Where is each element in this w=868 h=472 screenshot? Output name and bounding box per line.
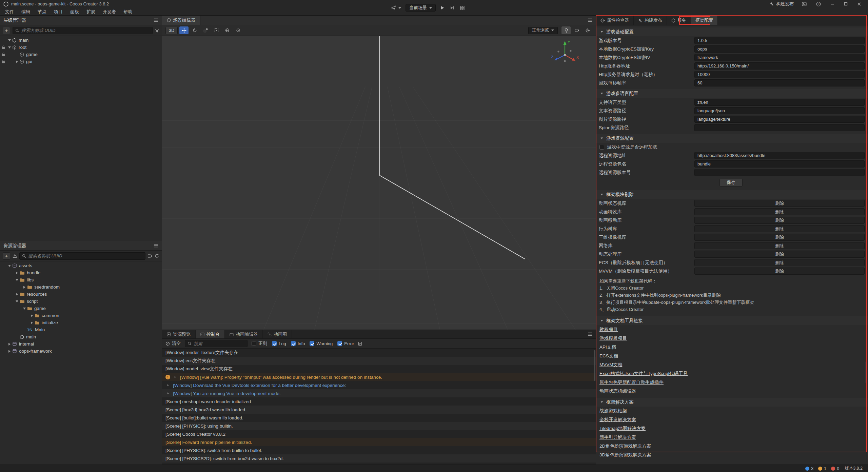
scale-tool-button[interactable]: [201, 26, 210, 34]
console-scrollbar[interactable]: [594, 350, 595, 381]
console-log-row[interactable]: [Window] render_texture文件夹存在: [162, 349, 596, 357]
collapsed-arrow-icon[interactable]: [14, 272, 19, 274]
console-tab-anim-editor[interactable]: 动画编辑器: [225, 330, 263, 338]
create-asset-button[interactable]: +: [3, 252, 10, 260]
assets-node-common[interactable]: common: [0, 312, 162, 319]
filter-log[interactable]: Log: [272, 341, 286, 346]
doc-link[interactable]: 教程项目: [599, 327, 618, 333]
doc-link[interactable]: 游戏模板项目: [599, 335, 627, 341]
field-input[interactable]: [697, 153, 862, 158]
panel-menu-icon[interactable]: [154, 244, 158, 248]
import-asset-button[interactable]: [13, 254, 17, 258]
expanded-arrow-icon[interactable]: [599, 401, 604, 403]
delete-button[interactable]: 删除: [694, 225, 865, 232]
console-log-row[interactable]: [Window] model_view文件夹存在: [162, 365, 596, 373]
field-input[interactable]: [697, 100, 862, 105]
status-count[interactable]: 0: [831, 466, 839, 471]
console-log-row[interactable]: [Scene] [box2d]:box2d wasm lib loaded.: [162, 406, 596, 414]
console-log-row[interactable]: [Scene] [PHYSICS2D]: switch from box2d-w…: [162, 454, 596, 463]
hierarchy-node-game[interactable]: game: [0, 51, 162, 58]
expanded-arrow-icon[interactable]: [22, 308, 27, 310]
scene-viewport[interactable]: Y X Z: [162, 36, 596, 330]
delete-button[interactable]: 删除: [694, 234, 865, 241]
doc-link[interactable]: API文档: [599, 344, 616, 350]
section-header-2[interactable]: 游戏资源配置: [596, 134, 868, 143]
filter-warning[interactable]: Warning: [310, 341, 333, 346]
rect-tool-button[interactable]: [212, 26, 221, 34]
preview-platform-button[interactable]: [390, 5, 402, 11]
console-log-row[interactable]: [Scene] [PHYSICS]: switch from builtin t…: [162, 446, 596, 454]
expand-log-icon[interactable]: [166, 384, 170, 387]
collapsed-arrow-icon[interactable]: [14, 293, 19, 296]
section-header-5[interactable]: 框架解决方案: [596, 398, 868, 407]
rotate-tool-button[interactable]: [190, 26, 199, 34]
expanded-arrow-icon[interactable]: [14, 300, 19, 302]
hierarchy-node-main[interactable]: main: [0, 37, 162, 44]
doc-link[interactable]: MVVM文档: [599, 362, 623, 368]
console-log-row[interactable]: [Scene] meshopt wasm decoder initialized: [162, 397, 596, 406]
maximize-button[interactable]: [843, 2, 849, 6]
section-header-4[interactable]: 框架文档工具链接: [596, 316, 868, 325]
hierarchy-node-root[interactable]: root: [0, 44, 162, 51]
panel-menu-icon[interactable]: [588, 18, 592, 22]
checkbox[interactable]: [291, 341, 296, 346]
camera-settings-button[interactable]: [572, 26, 581, 34]
field-input[interactable]: [697, 46, 862, 52]
console-log-row[interactable]: [Window] You are running Vue in developm…: [162, 389, 596, 397]
hierarchy-node-gui[interactable]: gui: [0, 58, 162, 65]
preview-window-button[interactable]: [801, 2, 808, 6]
world-space-button[interactable]: [223, 26, 232, 34]
axis-gizmo[interactable]: Y X Z: [550, 39, 580, 69]
field-input[interactable]: [697, 38, 862, 43]
console-search-input[interactable]: [194, 341, 245, 346]
console-tab-console[interactable]: 控制台: [196, 330, 225, 338]
console-tab-asset-preview[interactable]: 资源预览: [162, 330, 196, 338]
doc-link[interactable]: ECS文档: [599, 353, 618, 359]
expand-log-icon[interactable]: [166, 392, 170, 395]
status-count[interactable]: 3: [805, 466, 813, 471]
build-publish-button[interactable]: 构建发布: [770, 1, 794, 7]
remote-load-checkbox-row[interactable]: 游戏中资源是否远程加载: [596, 143, 868, 151]
tab-framework-config[interactable]: 框架配置: [691, 16, 718, 25]
field-input[interactable]: [697, 63, 862, 68]
doc-link[interactable]: 全栈开发解决方案: [599, 417, 636, 423]
filter-icon[interactable]: [155, 28, 159, 33]
section-header-0[interactable]: 游戏基础配置: [596, 27, 868, 36]
field-input[interactable]: [697, 108, 862, 113]
scene-select[interactable]: 当前场景: [406, 4, 436, 12]
tab-property-inspector[interactable]: 属性检查器: [596, 16, 634, 25]
console-log-row[interactable]: [Window] ecs文件夹存在: [162, 357, 596, 365]
expanded-arrow-icon[interactable]: [599, 31, 604, 33]
field-input[interactable]: [697, 55, 862, 60]
console-log-row[interactable]: [Scene] [PHYSICS]: using builtin.: [162, 422, 596, 430]
step-button[interactable]: [449, 5, 456, 11]
assets-node-resources[interactable]: resources: [0, 291, 162, 298]
close-button[interactable]: [856, 2, 863, 6]
collapsed-arrow-icon[interactable]: [29, 314, 34, 317]
console-log-row[interactable]: [Scene] Forward render pipeline initiali…: [162, 438, 596, 446]
delete-button[interactable]: 删除: [694, 242, 865, 249]
menu-item[interactable]: 扩展: [83, 8, 99, 15]
inspector-scrollbar[interactable]: [866, 361, 867, 383]
panel-menu-icon[interactable]: [154, 18, 158, 22]
console-log-row[interactable]: [Scene] [bullet]:bullet wasm lib loaded.: [162, 414, 596, 422]
console-log-row[interactable]: [Window] Download the Vue Devtools exten…: [162, 381, 596, 389]
expanded-arrow-icon[interactable]: [7, 265, 12, 267]
mode-3d-button[interactable]: 3D: [165, 27, 178, 34]
collapsed-arrow-icon[interactable]: [29, 321, 34, 324]
menu-item[interactable]: 帮助: [120, 8, 136, 15]
hierarchy-search-input[interactable]: [21, 28, 150, 33]
move-tool-button[interactable]: [179, 26, 189, 34]
expanded-arrow-icon[interactable]: [7, 39, 12, 41]
console-log-row[interactable]: [Scene] Cocos Creator v3.8.2: [162, 430, 596, 438]
field-input[interactable]: [697, 170, 862, 175]
collapsed-arrow-icon[interactable]: [7, 343, 12, 346]
filter-error[interactable]: Error: [337, 341, 354, 346]
collapsed-arrow-icon[interactable]: [14, 60, 19, 63]
delete-button[interactable]: 删除: [694, 217, 865, 224]
status-count[interactable]: 1: [818, 466, 826, 471]
help-button[interactable]: ?: [815, 2, 822, 6]
checkbox[interactable]: [599, 145, 604, 150]
delete-button[interactable]: 删除: [694, 268, 865, 275]
console-tab-anim-graph[interactable]: 动画图: [263, 330, 292, 338]
